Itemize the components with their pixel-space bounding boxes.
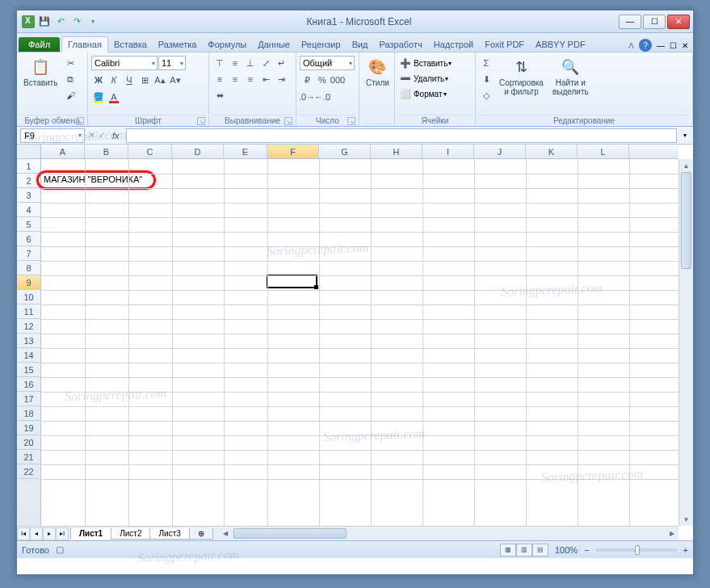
copy-icon[interactable]: ⧉ [63, 72, 78, 86]
column-header-E[interactable]: E [224, 145, 267, 158]
column-header-K[interactable]: K [526, 145, 578, 158]
row-header-1[interactable]: 1 [17, 159, 40, 174]
help-icon[interactable]: ? [639, 39, 652, 52]
fill-icon[interactable]: ⬇ [479, 72, 494, 86]
row-header-8[interactable]: 8 [17, 261, 40, 275]
doc-close-icon[interactable]: ✕ [682, 41, 688, 50]
normal-view-button[interactable]: ▦ [500, 544, 516, 556]
first-sheet-icon[interactable]: I◂ [17, 527, 30, 540]
tab-home[interactable]: Главная [61, 36, 108, 52]
row-header-11[interactable]: 11 [17, 304, 40, 319]
name-box[interactable]: F9 [20, 128, 85, 143]
row-header-3[interactable]: 3 [17, 188, 40, 203]
row-header-20[interactable]: 20 [17, 435, 40, 450]
row-header-7[interactable]: 7 [17, 246, 40, 261]
last-sheet-icon[interactable]: ▸I [56, 527, 69, 540]
alignment-launcher[interactable]: ↘ [284, 117, 292, 125]
page-layout-view-button[interactable]: ▥ [516, 544, 532, 556]
vscroll-thumb[interactable] [681, 172, 691, 269]
currency-icon[interactable]: ₽ [300, 73, 314, 87]
sheet-tab-1[interactable]: Лист1 [70, 528, 111, 540]
minimize-button[interactable]: — [619, 15, 641, 29]
row-header-15[interactable]: 15 [17, 363, 40, 377]
column-header-H[interactable]: H [371, 145, 422, 158]
next-sheet-icon[interactable]: ▸ [43, 527, 56, 540]
find-select-button[interactable]: 🔍 Найти и выделить [549, 56, 592, 98]
format-cells-button[interactable]: ⬜Формат▾ [398, 86, 447, 101]
font-size-combo[interactable]: 11 [158, 56, 186, 70]
enter-formula-icon[interactable]: ✓ [99, 130, 106, 141]
tab-addins[interactable]: Надстрой [428, 37, 479, 52]
row-header-13[interactable]: 13 [17, 334, 40, 348]
styles-button[interactable]: 🎨 Стили [363, 56, 393, 89]
clear-icon[interactable]: ◇ [479, 88, 494, 103]
hscroll-thumb[interactable] [233, 528, 347, 539]
row-header-21[interactable]: 21 [17, 450, 40, 464]
align-right-icon[interactable]: ≡ [243, 72, 258, 86]
row-header-10[interactable]: 10 [17, 290, 40, 304]
formula-input[interactable] [126, 128, 677, 143]
row-header-16[interactable]: 16 [17, 377, 40, 392]
comma-icon[interactable]: 000 [330, 73, 345, 87]
percent-icon[interactable]: % [315, 73, 330, 87]
new-sheet-button[interactable]: ⊕ [189, 528, 213, 540]
scroll-right-icon[interactable]: ▶ [666, 527, 678, 540]
column-header-G[interactable]: G [319, 145, 371, 158]
column-header-D[interactable]: D [172, 145, 224, 158]
row-header-17[interactable]: 17 [17, 392, 40, 406]
sheet-tab-3[interactable]: Лист3 [149, 528, 189, 540]
number-launcher[interactable]: ↘ [347, 117, 355, 125]
row-header-22[interactable]: 22 [17, 464, 40, 479]
scroll-up-icon[interactable]: ▲ [679, 159, 693, 172]
row-header-18[interactable]: 18 [17, 406, 40, 421]
autosum-icon[interactable]: Σ [479, 56, 494, 70]
expand-formula-icon[interactable]: ▾ [680, 132, 690, 139]
column-header-C[interactable]: C [128, 145, 172, 158]
zoom-slider[interactable] [596, 548, 677, 552]
row-header-14[interactable]: 14 [17, 348, 40, 363]
prev-sheet-icon[interactable]: ◂ [30, 527, 43, 540]
row-header-12[interactable]: 12 [17, 319, 40, 334]
cells-area[interactable]: МАГАЗИН "ВЕРОНИКА" [41, 159, 678, 526]
doc-minimize-icon[interactable]: — [657, 41, 665, 50]
tab-foxit[interactable]: Foxit PDF [479, 37, 530, 52]
row-header-6[interactable]: 6 [17, 232, 40, 246]
column-header-A[interactable]: A [41, 145, 85, 158]
row-header-9[interactable]: 9 [17, 275, 40, 290]
decrease-decimal-icon[interactable]: ←.0 [315, 90, 330, 104]
sheet-tab-2[interactable]: Лист2 [111, 528, 150, 540]
page-break-view-button[interactable]: ▤ [532, 544, 548, 556]
align-center-icon[interactable]: ≡ [228, 72, 242, 86]
column-header-I[interactable]: I [422, 145, 474, 158]
select-all-corner[interactable] [17, 145, 41, 159]
font-color-button[interactable]: A [107, 90, 121, 104]
decrease-indent-icon[interactable]: ⇤ [258, 72, 273, 86]
orientation-icon[interactable]: ⤢ [258, 56, 273, 70]
tab-layout[interactable]: Разметка [153, 37, 203, 52]
column-header-F[interactable]: F [267, 145, 319, 158]
column-header-J[interactable]: J [474, 145, 526, 158]
align-left-icon[interactable]: ≡ [212, 72, 227, 86]
clipboard-launcher[interactable]: ↘ [76, 117, 84, 125]
wrap-text-icon[interactable]: ↵ [274, 56, 288, 70]
tab-developer[interactable]: Разработч [374, 37, 428, 52]
merge-center-button[interactable]: ⬌ [212, 88, 228, 103]
tab-view[interactable]: Вид [347, 37, 374, 52]
close-button[interactable]: ✕ [667, 15, 690, 29]
tab-insert[interactable]: Вставка [108, 37, 153, 52]
insert-cells-button[interactable]: ➕Вставить▾ [398, 56, 452, 70]
delete-cells-button[interactable]: ➖Удалить▾ [398, 71, 448, 86]
paste-button[interactable]: 📋 Вставить [20, 56, 61, 89]
underline-button[interactable]: Ч [122, 73, 137, 87]
number-format-combo[interactable]: Общий [300, 56, 355, 70]
scroll-left-icon[interactable]: ◀ [219, 527, 232, 540]
shrink-font-icon[interactable]: A▾ [168, 73, 183, 87]
fill-color-button[interactable]: 🪣 [91, 90, 106, 104]
format-painter-icon[interactable]: 🖌 [63, 88, 78, 103]
cut-icon[interactable]: ✂ [63, 56, 78, 70]
row-header-19[interactable]: 19 [17, 421, 40, 435]
cancel-formula-icon[interactable]: ✕ [88, 130, 95, 141]
fx-icon[interactable]: fx [109, 131, 123, 141]
tab-data[interactable]: Данные [252, 37, 296, 52]
horizontal-scrollbar[interactable]: ◀ ▶ [219, 527, 678, 540]
